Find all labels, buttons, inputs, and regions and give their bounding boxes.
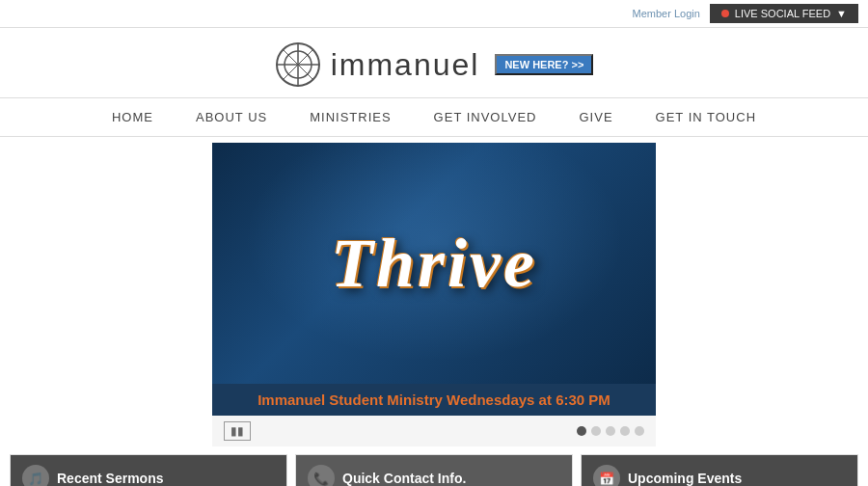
live-indicator-dot (721, 10, 729, 17)
chevron-down-icon: ▼ (836, 8, 847, 19)
nav-get-in-touch[interactable]: GET IN TOUCH (635, 98, 777, 136)
contact-icon: 📞 (308, 465, 335, 486)
member-login-link[interactable]: Member Login (633, 8, 700, 19)
live-social-feed-button[interactable]: LIVE SOCIAL FEED ▼ (710, 4, 858, 23)
nav-ministries[interactable]: MINISTRIES (288, 98, 412, 136)
slider-dot-2[interactable] (591, 426, 601, 436)
nav-about-us[interactable]: ABOUT US (175, 98, 288, 136)
slider-pause-button[interactable]: ▮▮ (224, 421, 251, 441)
events-panel: 📅 Upcoming Events Thursday, September 18… (581, 454, 858, 486)
slider-dot-5[interactable] (635, 426, 644, 436)
new-here-button[interactable]: NEW HERE? >> (495, 54, 593, 75)
events-icon: 📅 (593, 465, 620, 486)
slider-dots (577, 426, 644, 436)
three-column-section: 🎵 Recent Sermons Leviticus Immanuel Odes… (0, 454, 868, 486)
sermons-panel: 🎵 Recent Sermons Leviticus Immanuel Odes… (10, 454, 287, 486)
sermons-title: Recent Sermons (57, 471, 163, 486)
logo-area: immanuel NEW HERE? >> (0, 28, 868, 97)
slider-dot-1[interactable] (577, 426, 586, 436)
events-title: Upcoming Events (628, 471, 742, 486)
nav-get-involved[interactable]: GET INVOLVED (413, 98, 558, 136)
nav-give[interactable]: GIVE (557, 98, 634, 136)
nav-home[interactable]: HOME (91, 98, 175, 136)
hero-subtitle: Immanuel Student Ministry Wednesdays at … (212, 384, 656, 416)
hero-title: Thrive (331, 229, 537, 298)
slider-dot-4[interactable] (620, 426, 630, 436)
logo-text: immanuel (331, 47, 480, 83)
contact-header: 📞 Quick Contact Info. (296, 455, 572, 486)
sermons-header: 🎵 Recent Sermons (11, 455, 286, 486)
contact-panel: 📞 Quick Contact Info. Immanuel Baptist C… (295, 454, 573, 486)
slider-controls: ▮▮ (212, 416, 656, 446)
contact-title: Quick Contact Info. (342, 471, 466, 486)
pause-icon: ▮▮ (231, 424, 244, 438)
top-bar: Member Login LIVE SOCIAL FEED ▼ (0, 0, 868, 28)
slider-dot-3[interactable] (606, 426, 615, 436)
live-social-label: LIVE SOCIAL FEED (735, 8, 830, 19)
sermons-icon: 🎵 (22, 465, 49, 486)
hero-image: Thrive (212, 143, 656, 384)
hero-slider: Thrive Immanuel Student Ministry Wednesd… (212, 143, 656, 446)
logo-icon (275, 41, 321, 88)
events-header: 📅 Upcoming Events (582, 455, 857, 486)
main-nav: HOME ABOUT US MINISTRIES GET INVOLVED GI… (0, 97, 868, 137)
